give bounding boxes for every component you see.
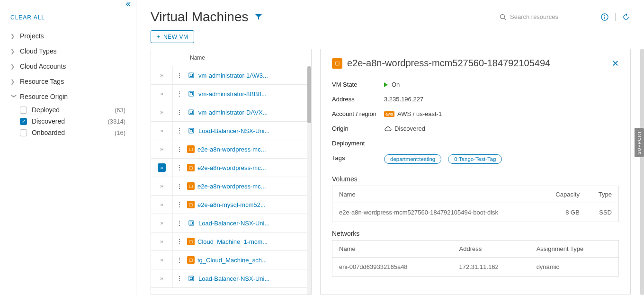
vm-row[interactable]: »⋮Load-Balancer-NSX-Uni... [151,122,311,140]
tags-value: department:testing 0:Tango-Test-Tag [384,154,506,164]
support-tab[interactable]: SUPPORT [635,128,644,157]
search-input-wrap[interactable] [500,12,594,22]
new-vm-button[interactable]: + NEW VM [151,30,194,43]
vm-row[interactable]: «⋮▢e2e-a8n-wordpress-mc... [151,159,311,177]
expand-row-button[interactable]: » [151,66,173,84]
vol-name-header[interactable]: Name [332,186,541,203]
row-menu-button[interactable]: ⋮ [173,164,185,171]
vm-name-link[interactable]: tg_Cloud_Machine_sch... [197,257,267,264]
vm-name-link[interactable]: vm-administrator-DAVX... [198,109,268,116]
vol-type: SSD [586,203,619,222]
vm-name-link[interactable]: e2e-a8n-wordpress-mc... [197,183,266,190]
tag-pill[interactable]: 0:Tango-Test-Tag [448,154,502,164]
row-menu-button[interactable]: ⋮ [173,182,185,190]
vm-name-link[interactable]: vm-administrator-1AW3... [198,72,268,79]
tag-pill[interactable]: department:testing [384,154,441,164]
vm-row[interactable]: »⋮▢tg_Cloud_Machine_sch... [151,251,311,269]
vm-name-link[interactable]: e2e-a8n-mysql-mcm52... [197,201,266,208]
clear-all-button[interactable]: CLEAR ALL [0,9,136,28]
filter-cloud-accounts[interactable]: ❯ Cloud Accounts [10,59,125,74]
network-row[interactable]: eni-007dd639332165a48 172.31.11.162 dyna… [332,258,619,277]
cloud-vm-icon: ▢ [187,238,195,245]
row-menu-button[interactable]: ⋮ [173,219,185,227]
vsphere-vm-icon [187,71,196,80]
filter-projects[interactable]: ❯ Projects [10,28,125,44]
vm-row[interactable]: »⋮vm-administrator-1AW3... [151,66,311,85]
power-on-icon [384,82,388,87]
filter-cloud-types[interactable]: ❯ Cloud Types [10,44,125,59]
origin-option-discovered[interactable]: ✓ Discovered (3314) [10,116,125,127]
vm-name-link[interactable]: vm-administrator-8BB8... [198,90,267,98]
scrollbar[interactable] [307,66,311,295]
row-menu-button[interactable]: ⋮ [173,145,185,153]
chevron-down-icon: ❯ [11,93,17,100]
row-menu-button[interactable]: ⋮ [173,238,185,245]
filter-label: Cloud Types [20,47,57,55]
expand-row-button[interactable]: » [151,251,173,269]
address-value: 3.235.196.227 [384,96,423,103]
name-column-header[interactable]: Name [185,54,205,61]
vm-name-link[interactable]: Load-Balancer-NSX-Uni... [198,220,269,227]
vm-name-link[interactable]: e2e-a8n-wordpress-mc... [197,164,266,171]
expand-row-button[interactable]: » [151,177,173,195]
vm-row[interactable]: »⋮Load-Balancer-NSX-Uni... [151,214,311,232]
vm-rows: »⋮vm-administrator-1AW3...»⋮vm-administr… [151,66,311,295]
row-menu-button[interactable]: ⋮ [173,90,185,98]
vm-row[interactable]: »⋮▢e2e-a8n-wordpress-mc... [151,177,311,196]
vm-row[interactable]: »⋮vm-administrator-DAVX... [151,103,311,122]
expand-row-button[interactable]: » [151,269,173,287]
net-assign-header[interactable]: Assignment Type [530,241,619,258]
filter-resource-origin[interactable]: ❯ Resource Origin [10,89,125,104]
vm-row[interactable]: »⋮▢e2e-a8n-mysql-mcm52... [151,196,311,214]
origin-option-onboarded[interactable]: Onboarded (16) [10,127,125,138]
vm-row[interactable]: »⋮▢Cloud_Machine_1-mcm... [151,232,311,251]
row-menu-button[interactable]: ⋮ [173,72,185,79]
svg-rect-11 [189,128,194,133]
vm-row[interactable]: »⋮Load-Balancer-NSX-Uni... [151,269,311,288]
row-menu-button[interactable]: ⋮ [173,201,185,208]
scrollbar[interactable] [640,49,644,295]
expand-row-button[interactable]: » [151,196,173,214]
filter-resource-tags[interactable]: ❯ Resource Tags [10,74,125,89]
vm-name-link[interactable]: Load-Balancer-NSX-Uni... [198,127,269,134]
net-name-header[interactable]: Name [332,241,453,258]
expand-row-button[interactable]: » [151,214,173,232]
row-menu-button[interactable]: ⋮ [173,256,185,264]
info-icon[interactable] [601,13,608,21]
close-icon[interactable]: ✕ [612,58,619,69]
svg-rect-15 [189,276,194,281]
expand-row-button[interactable]: » [151,232,173,250]
net-address-header[interactable]: Address [453,241,530,258]
page-title: Virtual Machines [151,9,248,25]
reload-icon[interactable] [622,13,630,21]
vm-row[interactable]: »⋮vm-administrator-8BB8... [151,85,311,103]
expand-row-button[interactable]: » [151,140,173,158]
expand-row-button[interactable]: » [151,122,173,140]
vol-capacity-header[interactable]: Capacity [541,186,586,203]
row-menu-button[interactable]: ⋮ [173,275,185,282]
filter-icon[interactable] [255,13,262,21]
vm-row[interactable]: »⋮▢e2e-a8n-wordpress-mc... [151,140,311,159]
new-vm-label: NEW VM [163,34,188,40]
net-assign: dynamic [530,258,619,277]
filter-label: Cloud Accounts [20,63,66,70]
vm-name-link[interactable]: Cloud_Machine_1-mcm... [197,238,268,245]
expand-row-button[interactable]: » [151,85,173,103]
collapse-row-button[interactable]: « [151,159,173,177]
row-menu-button[interactable]: ⋮ [173,127,185,134]
svg-rect-12 [190,130,193,132]
vm-name-link[interactable]: e2e-a8n-wordpress-mc... [197,146,266,153]
vm-name-link[interactable]: Load-Balancer-NSX-Uni... [198,275,269,282]
origin-option-deployed[interactable]: Deployed (63) [10,104,125,116]
vol-type-header[interactable]: Type [586,186,619,203]
chevron-right-icon: ❯ [10,63,17,70]
expand-row-button[interactable]: » [151,103,173,121]
cloud-vm-icon: ▢ [187,164,195,171]
search-input[interactable] [509,13,594,21]
aws-icon: aws [384,111,394,117]
row-menu-button[interactable]: ⋮ [173,108,185,116]
svg-rect-9 [189,110,194,115]
collapse-sidebar-button[interactable] [0,0,136,9]
volume-row[interactable]: e2e-a8n-wordpress-mcm527560-184792105494… [332,203,619,222]
origin-label: Origin [332,125,384,132]
